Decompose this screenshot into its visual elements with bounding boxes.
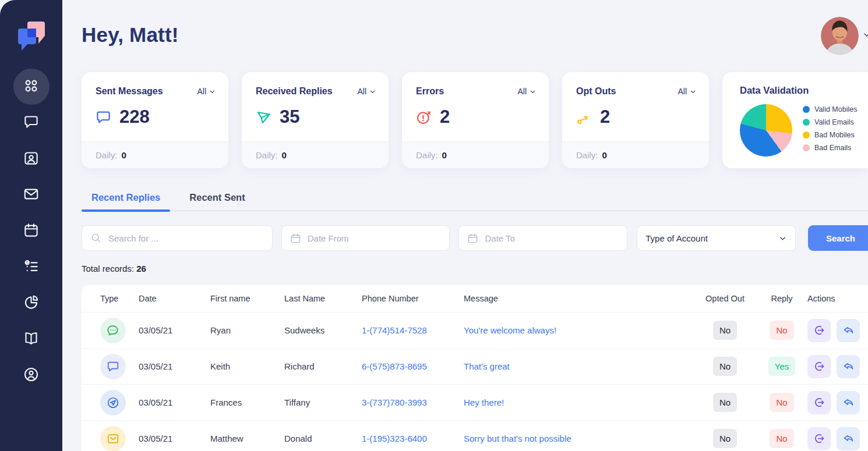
chevron-down-icon xyxy=(862,30,868,42)
opted-out-badge: No xyxy=(713,357,737,376)
filter-dropdown[interactable]: All xyxy=(197,87,216,96)
chevron-down-icon xyxy=(530,88,536,95)
sidebar-item-account[interactable] xyxy=(13,357,50,393)
card-footer: Daily: 0 xyxy=(562,141,709,168)
stat-value: 228 xyxy=(119,106,150,127)
row-actions xyxy=(807,391,868,414)
logout-circle-icon xyxy=(813,432,825,445)
filter-dropdown[interactable]: All xyxy=(678,87,696,96)
chat-bubble-blue-icon xyxy=(100,354,126,379)
sidebar-item-calendar[interactable] xyxy=(13,213,50,249)
filter-bar: Type of Account Search xyxy=(82,225,868,251)
reply-arrow-icon xyxy=(842,324,855,336)
reply-action-button[interactable] xyxy=(837,427,860,450)
page-title: Hey, Matt! xyxy=(82,23,868,47)
stat-card-errors: Errors All 2 Daily: 0 xyxy=(402,72,549,168)
sidebar-item-reports[interactable] xyxy=(13,285,50,321)
message-link[interactable]: Hey there! xyxy=(464,397,694,407)
phone-link[interactable]: 3-(737)780-3993 xyxy=(362,397,464,407)
opt-out-arrow-icon xyxy=(576,109,592,125)
table-row: 03/05/21 Ryan Sudweeks 1-(774)514-7528 Y… xyxy=(82,312,868,349)
legend-dot xyxy=(803,106,810,113)
logout-circle-icon xyxy=(813,324,825,336)
search-icon xyxy=(90,232,102,244)
tab-recent-replies[interactable]: Recent Replies xyxy=(91,192,160,203)
chat-bubble-icon xyxy=(23,114,39,132)
legend-item: Valid Emails xyxy=(803,118,857,126)
opt-out-action-button[interactable] xyxy=(807,427,831,450)
calendar-icon xyxy=(290,233,301,244)
date-to-field[interactable] xyxy=(458,225,627,251)
stat-card-opt-outs: Opt Outs All 2 Daily: 0 xyxy=(562,72,709,168)
records-count: 26 xyxy=(136,264,146,274)
phone-link[interactable]: 1-(774)514-7528 xyxy=(362,325,464,335)
legend-item: Bad Emails xyxy=(803,144,857,152)
legend-item: Bad Mobiles xyxy=(803,131,857,139)
person-circle-icon xyxy=(23,367,39,385)
reply-action-button[interactable] xyxy=(837,319,860,342)
sidebar xyxy=(0,0,62,451)
reply-badge: No xyxy=(770,393,793,412)
message-link[interactable]: You're welcome always! xyxy=(464,325,694,335)
legend-dot xyxy=(803,144,810,151)
table-row: 03/05/21 Keith Richard 6-(575)873-8695 T… xyxy=(82,349,868,385)
card-title: Sent Messages xyxy=(96,86,163,97)
envelope-icon xyxy=(23,186,39,204)
card-footer: Daily: 0 xyxy=(402,141,549,168)
stat-card-received-replies: Received Replies All 35 Daily: 0 xyxy=(242,72,389,168)
row-actions xyxy=(807,355,868,378)
reply-action-button[interactable] xyxy=(837,391,860,414)
avatar[interactable] xyxy=(821,17,859,55)
reply-badge: Yes xyxy=(768,357,795,376)
sidebar-nav xyxy=(13,69,50,393)
card-title: Opt Outs xyxy=(576,86,616,97)
table-header: Type Date First name Last Name Phone Num… xyxy=(82,285,868,312)
legend-dot xyxy=(803,119,810,126)
sidebar-item-contacts[interactable] xyxy=(13,141,50,177)
table-row: 03/05/21 Frances Tiffany 3-(737)780-3993… xyxy=(82,385,868,421)
card-title: Received Replies xyxy=(256,86,333,97)
opt-out-action-button[interactable] xyxy=(807,319,831,342)
reply-action-button[interactable] xyxy=(837,355,860,378)
records-summary: Total records: 26 xyxy=(82,264,868,274)
filter-dropdown[interactable]: All xyxy=(517,87,536,96)
opt-out-action-button[interactable] xyxy=(807,391,831,414)
message-link[interactable]: That's great xyxy=(464,361,694,371)
chevron-down-icon xyxy=(778,234,787,243)
phone-link[interactable]: 1-(195)323-6400 xyxy=(362,434,464,443)
tab-recent-sent[interactable]: Recent Sent xyxy=(189,192,245,203)
tabs: Recent Replies Recent Sent xyxy=(82,192,868,203)
date-from-field[interactable] xyxy=(281,225,450,251)
app-logo-icon xyxy=(15,19,48,54)
stat-card-sent-messages: Sent Messages All 228 Daily: 0 xyxy=(82,72,228,168)
sidebar-item-dashboard[interactable] xyxy=(13,69,50,105)
search-input[interactable] xyxy=(108,233,264,243)
message-link[interactable]: Sorry but that's not possible xyxy=(464,434,694,443)
sidebar-item-tasks[interactable] xyxy=(13,249,50,285)
replies-table: Type Date First name Last Name Phone Num… xyxy=(82,285,868,451)
chat-dots-green-icon xyxy=(100,318,126,343)
app-window: Hey, Matt! xyxy=(0,0,868,451)
search-button[interactable]: Search xyxy=(808,225,868,251)
user-menu[interactable] xyxy=(821,17,863,55)
sidebar-item-messages[interactable] xyxy=(13,105,50,141)
error-alert-icon xyxy=(416,109,432,125)
legend-label: Valid Mobiles xyxy=(814,105,857,113)
reply-arrow-icon xyxy=(842,396,855,409)
stat-value: 2 xyxy=(440,106,450,127)
topbar: Hey, Matt! xyxy=(82,0,868,72)
send-plane-icon xyxy=(256,109,271,125)
filter-dropdown[interactable]: All xyxy=(357,87,376,96)
phone-link[interactable]: 6-(575)873-8695 xyxy=(362,361,464,371)
sidebar-item-library[interactable] xyxy=(13,321,50,357)
date-to-input[interactable] xyxy=(485,233,619,243)
reply-badge: No xyxy=(770,321,793,340)
calendar-icon xyxy=(467,233,478,244)
sidebar-item-mail[interactable] xyxy=(13,177,50,213)
date-from-input[interactable] xyxy=(308,233,442,243)
data-validation-card: Data Validation Valid MobilesValid Email… xyxy=(722,72,868,168)
opt-out-action-button[interactable] xyxy=(807,355,831,378)
opted-out-badge: No xyxy=(713,321,737,340)
search-field[interactable] xyxy=(82,225,273,251)
account-type-select[interactable]: Type of Account xyxy=(637,225,796,251)
